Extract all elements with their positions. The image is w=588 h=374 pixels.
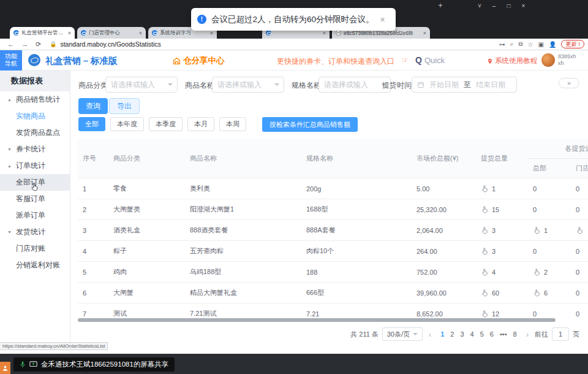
cell-spec: 666型 [301, 283, 412, 303]
tab-close-icon[interactable]: × [422, 30, 426, 36]
cell-hq[interactable]: 2 [528, 262, 571, 283]
cell-store[interactable]: 0 [571, 178, 588, 199]
tab-close-icon[interactable]: × [209, 30, 213, 36]
tab-close-icon[interactable]: × [138, 30, 142, 36]
screen-share-pill[interactable]: 金禾通技术王斌18662591081的屏幕共享 [13, 357, 175, 372]
bookmark-star-icon[interactable]: ☆ [528, 41, 533, 48]
sidebar-item-2[interactable]: 发货商品盘点 [0, 124, 70, 141]
sidebar-item-7[interactable]: 派单订单 [0, 207, 70, 224]
sidebar-item-6[interactable]: 客服订单 [0, 191, 70, 207]
range-tab-3[interactable]: 本月 [187, 117, 214, 131]
page-number-1[interactable]: 1 [437, 330, 447, 338]
cell-qty[interactable]: 4 [476, 262, 528, 283]
cell-hq[interactable]: 0 [528, 199, 571, 220]
page-number-5[interactable]: 5 [477, 330, 487, 338]
cell-hq[interactable]: 6 [528, 283, 571, 303]
goto-page-input[interactable] [552, 327, 569, 341]
next-page-button[interactable]: › [524, 330, 531, 339]
window-close-icon[interactable]: × [521, 2, 525, 9]
cell-hq[interactable]: 0 [528, 241, 571, 262]
side-panel-icon[interactable]: ▣ [538, 41, 544, 48]
expand-filters-button[interactable]: » [559, 78, 579, 88]
sidebar-item-label: 商品销售统计 [16, 94, 60, 105]
share-center-link[interactable]: 仓分享中心 [173, 55, 225, 66]
date-to-label: 至 [464, 80, 471, 90]
forward-icon[interactable]: → [21, 40, 28, 48]
tutorial-link[interactable]: 系统使用教程 [487, 56, 537, 66]
cell-store[interactable]: 0 [571, 262, 588, 283]
pager-ellipsis[interactable]: ••• [497, 330, 510, 338]
page-number-8[interactable]: 8 [510, 330, 520, 338]
quick-search[interactable]: Q Quick [415, 55, 445, 65]
cell-store[interactable] [571, 220, 588, 241]
end-date-placeholder[interactable]: 结束日期 [476, 80, 505, 90]
filter-select-1[interactable]: 请选择或输入 [212, 77, 284, 93]
page-number-4[interactable]: 4 [467, 330, 477, 338]
sidebar-item-4[interactable]: ▲订单统计 [0, 158, 70, 174]
cell-qty[interactable]: 3 [476, 241, 528, 262]
key-icon[interactable]: ⊶ [499, 41, 505, 48]
tab-search-icon[interactable]: ˅ [478, 2, 481, 9]
cell-value: 0 [576, 185, 579, 193]
zoom-icon[interactable]: ⌕ [510, 40, 514, 48]
reload-icon[interactable]: ⟳ [36, 40, 41, 48]
cell-hq[interactable]: 1 [528, 220, 571, 241]
url-text[interactable]: standard.maboy.cn/GoodsStatistics [60, 40, 160, 48]
cell-qty[interactable]: 15 [476, 199, 528, 220]
prev-page-button[interactable]: ‹ [426, 330, 434, 339]
range-tab-0[interactable]: 全部 [78, 117, 105, 131]
cell-hq[interactable]: 0 [528, 178, 571, 199]
sidebar-item-1[interactable]: 实物商品 [0, 108, 70, 124]
browser-update-button[interactable]: 更新! [561, 40, 584, 48]
tab-close-icon[interactable]: × [322, 30, 326, 36]
cell-qty[interactable]: 1 [476, 178, 528, 199]
sidebar-item-3[interactable]: ▼券卡统计 [0, 141, 70, 158]
range-tab-4[interactable]: 本周 [219, 117, 246, 131]
horizontal-scrollbar[interactable] [78, 318, 556, 322]
sidebar-item-9[interactable]: 门店对账 [0, 240, 70, 257]
col-group-channels: 各提货道 [528, 139, 588, 159]
browser-tab-0[interactable]: 礼盒营销平台管理中心 × [10, 27, 75, 39]
participant-icon[interactable] [0, 362, 10, 374]
col-store: 门店 [571, 159, 588, 178]
start-date-placeholder[interactable]: 开始日期 [429, 80, 459, 90]
cell-store[interactable]: 0 [571, 303, 588, 321]
mouse-cursor [31, 182, 39, 191]
function-nav-button[interactable]: 功能导航 [0, 50, 22, 71]
sidebar-item-0[interactable]: ▲商品销售统计 [0, 91, 70, 108]
browser-tab-1[interactable]: 门店管理中心 × [77, 27, 146, 39]
triangle-down-icon: ▼ [7, 147, 12, 151]
profile-icon[interactable]: 👤 [549, 41, 556, 48]
cell-qty[interactable]: 3 [476, 220, 528, 241]
page-number-6[interactable]: 6 [487, 330, 497, 338]
cell-store[interactable]: 0 [571, 199, 588, 220]
sidebar-item-10[interactable]: 分销返利对账 [0, 257, 70, 273]
cell-store[interactable]: 0 [571, 283, 588, 303]
page-size-select[interactable]: 30条/页 [382, 327, 423, 341]
maximize-icon[interactable]: □ [507, 2, 510, 9]
cell-store[interactable]: 0 [571, 241, 588, 262]
sidebar-item-8[interactable]: ▼发货统计 [0, 224, 70, 240]
minimize-icon[interactable]: – [492, 2, 496, 9]
new-tab-button[interactable]: + [436, 2, 445, 10]
pickup-hand-icon [576, 226, 584, 234]
page-number-3[interactable]: 3 [457, 330, 467, 338]
pickup-date-range[interactable]: 开始日期 至 结束日期 [412, 77, 517, 93]
filter-select-0[interactable]: 请选择或输入 [105, 77, 178, 93]
back-icon[interactable]: ← [7, 40, 14, 48]
page-number-2[interactable]: 2 [447, 330, 457, 338]
pagination: 共 211 条 30条/页 ‹ 123456•••8 › 前往 页 [350, 327, 579, 342]
filter-select-2[interactable]: 请选择或输入 [318, 77, 391, 93]
share-icon[interactable]: ⧉ [518, 40, 522, 48]
range-tab-1[interactable]: 本年度 [110, 117, 144, 131]
range-tab-2[interactable]: 本季度 [149, 117, 183, 131]
summary-button[interactable]: 按检索条件汇总商品销售额 [262, 117, 358, 132]
export-button[interactable]: 导出 [109, 98, 140, 114]
window-controls: ˅ – □ × [478, 0, 525, 11]
query-button[interactable]: 查询 [78, 98, 108, 114]
tab-close-icon[interactable]: × [67, 30, 71, 36]
cell-qty[interactable]: 60 [476, 283, 528, 303]
lock-icon[interactable]: 🔒 [50, 41, 56, 47]
user-avatar[interactable] [541, 53, 555, 67]
toast-close-icon[interactable]: × [380, 15, 385, 25]
